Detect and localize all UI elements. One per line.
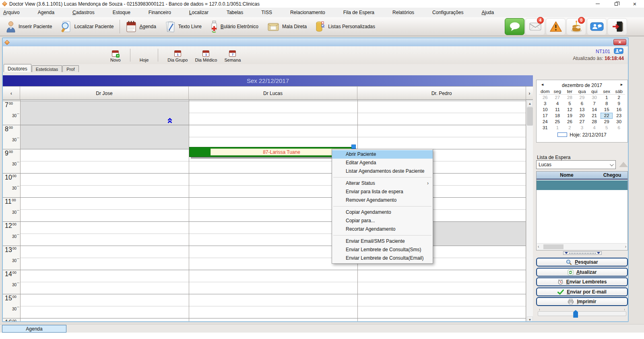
listas-personalizadas-button[interactable]: Listas Personalizadas [311,19,380,34]
calendar-day[interactable]: 29 [601,119,613,125]
context-menu-item[interactable]: Editar Agenda [332,159,433,167]
calendar-day[interactable]: 3 [539,101,551,107]
calendar-day[interactable]: 1 [551,125,564,131]
enviar-email-button[interactable]: Enviar por E-mail [536,287,628,296]
menu-item[interactable]: Localizar [189,10,208,15]
calendar-day[interactable]: 24 [539,119,551,125]
imprimir-button[interactable]: Imprimir [536,297,628,306]
menu-item[interactable]: Configurações [432,10,463,15]
grid-rows[interactable]: 87-Larissa Tuane 70030800309003010003011… [3,100,533,322]
slider-thumb[interactable] [573,310,578,318]
today-label[interactable]: Hoje: 22/12/2017 [570,132,606,138]
grid-vertical-scrollbar[interactable]: ▲ ▼ [526,100,533,322]
chat-button[interactable] [505,18,524,35]
enviar-lembretes-button[interactable]: Enviar Lembretes [536,277,628,286]
calendar-day[interactable]: 23 [613,113,625,119]
calendar-day[interactable]: 27 [576,119,588,125]
calendar-day[interactable]: 7 [588,101,601,107]
inserir-paciente-button[interactable]: Inserir Paciente [2,19,56,34]
scrollbar-thumb[interactable] [543,244,564,249]
mala-direta-button[interactable]: Mala Direta [263,20,311,33]
calendar-day[interactable]: 9 [613,101,625,107]
calendar-day[interactable]: 15 [601,107,613,113]
appointment[interactable]: 87-Larissa Tuane [189,147,355,157]
calendar-day[interactable]: 26 [539,95,551,101]
calendar-day[interactable]: 4 [551,101,564,107]
menu-item[interactable]: Ajuda [481,10,494,15]
menu-item[interactable]: Tabelas [227,10,243,15]
close-button[interactable]: × [625,0,644,8]
menu-item[interactable]: Agenda [38,10,54,15]
birthday-button[interactable]: 0 [566,18,586,35]
next-month-button[interactable]: ► [620,83,623,87]
calendar-day[interactable]: 28 [564,95,576,101]
tab-prof[interactable]: Prof [62,65,78,72]
panel-splitter[interactable] [563,251,602,255]
calendar-day[interactable]: 1 [601,95,613,101]
calendar-day[interactable]: 5 [564,101,576,107]
context-menu-item[interactable]: Abrir Paciente [332,150,433,159]
scroll-right-button[interactable]: › [625,244,626,249]
zoom-slider[interactable] [538,311,626,316]
column-header-dr-pedro[interactable]: Dr. Pedro [357,87,526,100]
context-menu-item[interactable]: Enviar Lembrete de Consulta(Email) [332,254,433,263]
calendar-day[interactable]: 31 [539,125,551,131]
calendar-day[interactable]: 21 [588,113,601,119]
calendar-day[interactable]: 19 [564,113,576,119]
calendar-day[interactable]: 18 [551,113,564,119]
context-menu-item[interactable]: Listar Agendamentos deste Paciente [332,167,433,176]
calendar-day[interactable]: 5 [601,125,613,131]
minimize-button[interactable] [588,0,607,8]
menu-item[interactable]: Relatórios [392,10,414,15]
scrollbar-thumb[interactable] [527,107,533,126]
calendar-day[interactable]: 20 [576,113,588,119]
tab-esteticistas[interactable]: Esteticistas [32,65,62,72]
calendar-day[interactable]: 10 [539,107,551,113]
maximize-button[interactable] [607,0,625,8]
mail-button[interactable]: 4 [525,18,545,35]
column-header-dr-lucas[interactable]: Dr Lucas [189,87,357,100]
calendar-day[interactable]: 2 [613,95,625,101]
agenda-button[interactable]: Agenda [122,19,160,34]
calendar-day[interactable]: 30 [588,95,601,101]
exit-button[interactable] [607,18,627,35]
calendar-day[interactable]: 11 [551,107,564,113]
context-menu-item[interactable]: Enviar Lembrete de Consulta(Sms) [332,246,433,254]
calendar-day[interactable]: 28 [588,119,601,125]
agenda-close-button[interactable]: × [613,39,626,45]
context-menu-item[interactable]: Copiar para... [332,217,433,225]
calendar-day[interactable]: 8 [601,101,613,107]
calendar-day[interactable]: 16 [613,107,625,113]
context-menu-item[interactable]: Recortar Agendamento [332,225,433,234]
scroll-left-chevron[interactable]: ‹ [10,90,12,96]
scroll-down-button[interactable]: ▼ [527,316,533,322]
dia-grupo-button[interactable]: 1 Dia Grupo [164,48,191,62]
scroll-right-chevron[interactable]: › [528,90,530,96]
hoje-button[interactable]: Hoje [136,48,153,62]
context-menu-item[interactable]: Enviar para lista de espera [332,188,433,196]
calendar-day[interactable]: 30 [613,119,625,125]
menu-item[interactable]: Relacionamento [290,10,325,15]
contacts-mini-icon[interactable] [613,48,624,54]
dia-medico-button[interactable]: 1 Dia Médico [191,48,221,62]
semana-button[interactable]: 7 Semana [221,48,244,62]
today-box-icon[interactable] [557,132,567,137]
calendar-day[interactable]: 17 [539,113,551,119]
context-menu-item[interactable]: Remover Agendamento [332,196,433,205]
menu-item[interactable]: Fila de Espera [343,10,374,15]
context-menu-item[interactable]: Alterar Status› [332,179,433,188]
contacts-button[interactable] [587,18,607,35]
menu-item[interactable]: Estoque [113,10,130,15]
appointment-resize-handle[interactable] [351,145,356,149]
calendar-day[interactable]: 26 [564,119,576,125]
calendar-day[interactable]: 13 [576,107,588,113]
scroll-left-button[interactable]: ‹ [538,244,539,249]
menu-item[interactable]: Cadastros [72,10,95,15]
calendar-day[interactable]: 3 [576,125,588,131]
tab-doutores[interactable]: Doutores [4,64,31,72]
novo-button[interactable]: + Novo [107,48,124,62]
context-menu-item[interactable]: Copiar Agendamento [332,208,433,217]
calendar-day[interactable]: 2 [564,125,576,131]
context-menu-item[interactable]: Enviar Email/SMS Paciente [332,237,433,246]
menu-item[interactable]: TISS [261,10,272,15]
